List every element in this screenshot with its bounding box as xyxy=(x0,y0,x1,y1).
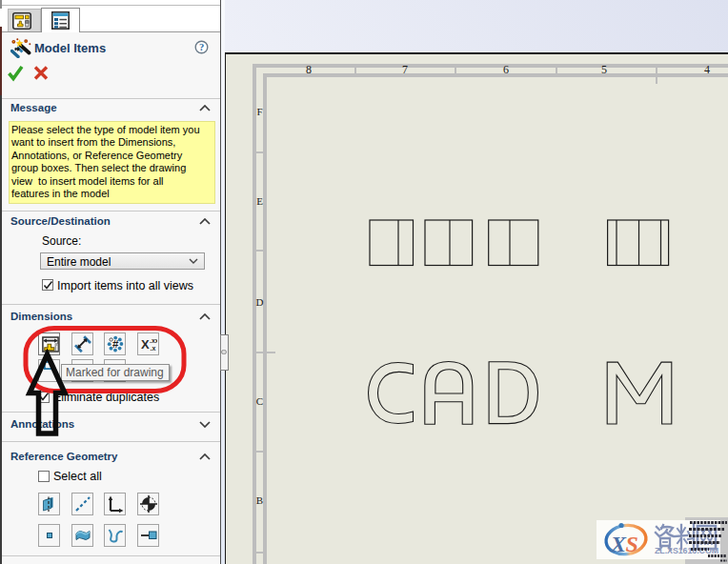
svg-text:S: S xyxy=(626,532,638,556)
svg-text:?: ? xyxy=(199,42,204,52)
svg-text:X: X xyxy=(610,532,627,556)
svg-text:.x: .x xyxy=(151,345,156,352)
svg-text:.xx: .xx xyxy=(150,337,157,344)
svg-text:#: # xyxy=(112,338,119,350)
svg-text:X: X xyxy=(141,337,150,352)
